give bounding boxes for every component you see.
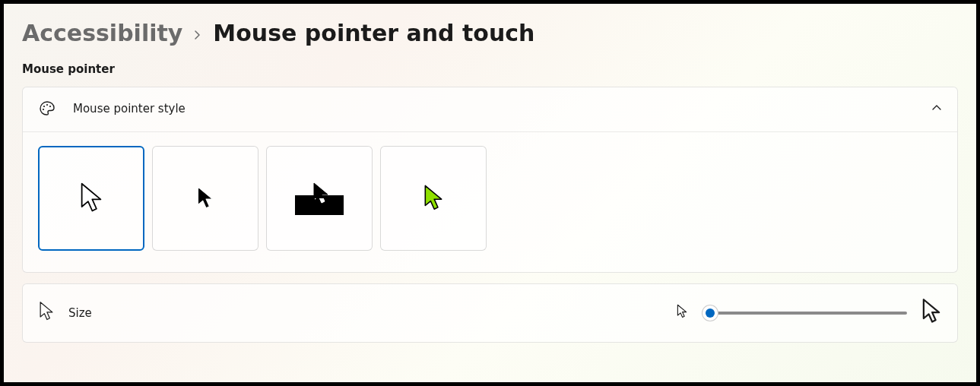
cursor-small-icon: [676, 304, 688, 322]
pointer-style-card: Mouse pointer style: [22, 87, 958, 273]
pointer-style-options: [23, 131, 957, 272]
palette-icon: [38, 100, 59, 118]
size-slider-thumb[interactable]: [702, 305, 718, 321]
size-slider[interactable]: [702, 305, 907, 321]
pointer-style-custom[interactable]: [380, 146, 487, 251]
svg-point-3: [43, 109, 44, 110]
pointer-style-black[interactable]: [152, 146, 258, 251]
pointer-style-inverted[interactable]: [266, 146, 373, 251]
svg-point-2: [49, 106, 51, 107]
pointer-style-label: Mouse pointer style: [73, 102, 186, 115]
section-title: Mouse pointer: [22, 62, 958, 76]
pointer-size-label: Size: [68, 306, 92, 320]
svg-point-0: [43, 106, 45, 107]
breadcrumb: Accessibility Mouse pointer and touch: [22, 21, 958, 46]
page-title: Mouse pointer and touch: [213, 21, 534, 46]
pointer-size-card: Size: [22, 283, 958, 343]
svg-point-1: [46, 104, 48, 106]
breadcrumb-parent[interactable]: Accessibility: [22, 21, 182, 46]
chevron-right-icon: [193, 25, 202, 43]
cursor-large-icon: [921, 298, 942, 328]
pointer-style-header[interactable]: Mouse pointer style: [23, 87, 957, 131]
pointer-style-white[interactable]: [38, 146, 144, 251]
cursor-icon: [38, 301, 55, 325]
chevron-up-icon: [931, 102, 942, 116]
